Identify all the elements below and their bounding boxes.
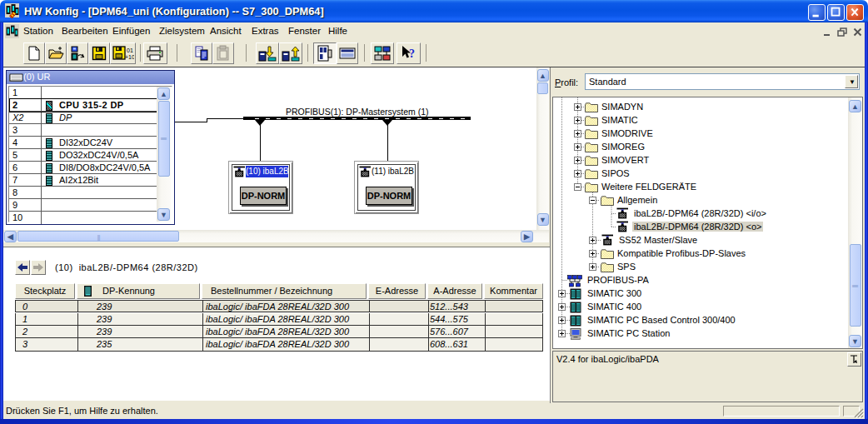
svg-text:01: 01 — [127, 47, 133, 53]
svg-text:+10: +10 — [125, 54, 134, 60]
svg-text:?: ? — [409, 47, 415, 60]
